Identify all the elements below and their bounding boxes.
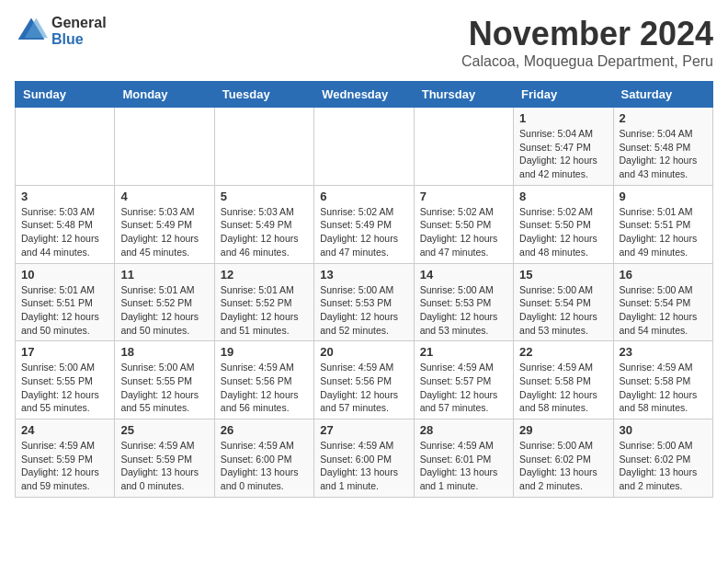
day-number: 15 xyxy=(519,268,607,282)
calendar-cell: 13Sunrise: 5:00 AM Sunset: 5:53 PM Dayli… xyxy=(314,263,414,341)
day-info: Sunrise: 5:04 AM Sunset: 5:47 PM Dayligh… xyxy=(519,127,607,181)
calendar-cell: 28Sunrise: 4:59 AM Sunset: 6:01 PM Dayli… xyxy=(414,419,513,498)
day-info: Sunrise: 4:59 AM Sunset: 6:00 PM Dayligh… xyxy=(320,439,407,493)
calendar-cell: 23Sunrise: 4:59 AM Sunset: 5:58 PM Dayli… xyxy=(613,341,712,419)
calendar-cell: 27Sunrise: 4:59 AM Sunset: 6:00 PM Dayli… xyxy=(314,419,414,498)
day-info: Sunrise: 4:59 AM Sunset: 6:01 PM Dayligh… xyxy=(420,439,507,493)
day-number: 16 xyxy=(620,268,707,282)
calendar-cell: 5Sunrise: 5:03 AM Sunset: 5:49 PM Daylig… xyxy=(214,185,313,263)
day-info: Sunrise: 5:00 AM Sunset: 5:55 PM Dayligh… xyxy=(120,361,208,415)
day-number: 25 xyxy=(120,423,208,437)
logo-general-text: General xyxy=(51,15,107,31)
calendar-cell: 16Sunrise: 5:00 AM Sunset: 5:54 PM Dayli… xyxy=(613,263,712,341)
day-info: Sunrise: 4:59 AM Sunset: 5:58 PM Dayligh… xyxy=(519,361,607,415)
day-info: Sunrise: 5:02 AM Sunset: 5:50 PM Dayligh… xyxy=(420,205,507,259)
day-number: 1 xyxy=(519,111,607,125)
weekday-header-saturday: Saturday xyxy=(613,82,712,108)
calendar-cell: 6Sunrise: 5:02 AM Sunset: 5:49 PM Daylig… xyxy=(314,185,414,263)
calendar-cell xyxy=(214,108,313,186)
day-number: 13 xyxy=(320,268,407,282)
day-info: Sunrise: 5:00 AM Sunset: 5:53 PM Dayligh… xyxy=(320,283,407,338)
day-number: 7 xyxy=(420,190,507,203)
calendar-body: 1Sunrise: 5:04 AM Sunset: 5:47 PM Daylig… xyxy=(16,108,713,498)
day-number: 11 xyxy=(120,268,208,282)
day-info: Sunrise: 5:00 AM Sunset: 5:54 PM Dayligh… xyxy=(620,283,707,338)
calendar-cell: 30Sunrise: 5:00 AM Sunset: 6:02 PM Dayli… xyxy=(613,419,712,498)
calendar-table: SundayMondayTuesdayWednesdayThursdayFrid… xyxy=(15,81,713,498)
weekday-header-row: SundayMondayTuesdayWednesdayThursdayFrid… xyxy=(16,82,713,108)
day-number: 21 xyxy=(420,345,507,359)
calendar-cell: 24Sunrise: 4:59 AM Sunset: 5:59 PM Dayli… xyxy=(16,419,115,498)
day-info: Sunrise: 4:59 AM Sunset: 5:56 PM Dayligh… xyxy=(320,361,407,415)
calendar-week-0: 1Sunrise: 5:04 AM Sunset: 5:47 PM Daylig… xyxy=(16,108,713,186)
calendar-header: SundayMondayTuesdayWednesdayThursdayFrid… xyxy=(16,82,713,108)
calendar-cell xyxy=(314,108,414,186)
calendar-cell: 12Sunrise: 5:01 AM Sunset: 5:52 PM Dayli… xyxy=(214,263,313,341)
logo-blue-text: Blue xyxy=(51,31,107,48)
day-info: Sunrise: 4:59 AM Sunset: 5:59 PM Dayligh… xyxy=(120,439,208,493)
calendar-cell: 1Sunrise: 5:04 AM Sunset: 5:47 PM Daylig… xyxy=(514,108,613,186)
calendar-cell: 2Sunrise: 5:04 AM Sunset: 5:48 PM Daylig… xyxy=(613,108,712,186)
calendar-cell: 29Sunrise: 5:00 AM Sunset: 6:02 PM Dayli… xyxy=(514,419,613,498)
day-info: Sunrise: 4:59 AM Sunset: 6:00 PM Dayligh… xyxy=(221,439,308,493)
weekday-header-sunday: Sunday xyxy=(16,82,115,108)
day-number: 12 xyxy=(221,268,308,282)
day-info: Sunrise: 5:03 AM Sunset: 5:49 PM Dayligh… xyxy=(120,205,208,259)
day-info: Sunrise: 5:00 AM Sunset: 6:02 PM Dayligh… xyxy=(519,439,607,493)
logo: General Blue xyxy=(15,15,107,48)
day-number: 29 xyxy=(519,423,607,437)
calendar-cell: 26Sunrise: 4:59 AM Sunset: 6:00 PM Dayli… xyxy=(214,419,313,498)
day-number: 20 xyxy=(320,345,407,359)
day-info: Sunrise: 4:59 AM Sunset: 5:56 PM Dayligh… xyxy=(221,361,308,415)
calendar-cell: 11Sunrise: 5:01 AM Sunset: 5:52 PM Dayli… xyxy=(115,263,214,341)
day-number: 14 xyxy=(420,268,507,282)
calendar-week-2: 10Sunrise: 5:01 AM Sunset: 5:51 PM Dayli… xyxy=(16,263,713,341)
calendar-cell xyxy=(115,108,214,186)
calendar-cell: 14Sunrise: 5:00 AM Sunset: 5:53 PM Dayli… xyxy=(414,263,513,341)
calendar-subtitle: Calacoa, Moquegua Department, Peru xyxy=(461,53,713,70)
day-info: Sunrise: 5:04 AM Sunset: 5:48 PM Dayligh… xyxy=(620,127,707,181)
weekday-header-friday: Friday xyxy=(514,82,613,108)
day-info: Sunrise: 5:00 AM Sunset: 6:02 PM Dayligh… xyxy=(620,439,707,493)
calendar-cell: 10Sunrise: 5:01 AM Sunset: 5:51 PM Dayli… xyxy=(16,263,115,341)
day-number: 22 xyxy=(519,345,607,359)
calendar-cell: 19Sunrise: 4:59 AM Sunset: 5:56 PM Dayli… xyxy=(214,341,313,419)
calendar-cell: 20Sunrise: 4:59 AM Sunset: 5:56 PM Dayli… xyxy=(314,341,414,419)
calendar-week-3: 17Sunrise: 5:00 AM Sunset: 5:55 PM Dayli… xyxy=(16,341,713,419)
calendar-cell: 9Sunrise: 5:01 AM Sunset: 5:51 PM Daylig… xyxy=(613,185,712,263)
day-info: Sunrise: 5:01 AM Sunset: 5:51 PM Dayligh… xyxy=(21,283,108,338)
title-section: November 2024 Calacoa, Moquegua Departme… xyxy=(461,15,713,70)
calendar-cell: 3Sunrise: 5:03 AM Sunset: 5:48 PM Daylig… xyxy=(16,185,115,263)
day-info: Sunrise: 4:59 AM Sunset: 5:59 PM Dayligh… xyxy=(21,439,108,493)
calendar-cell: 15Sunrise: 5:00 AM Sunset: 5:54 PM Dayli… xyxy=(514,263,613,341)
day-info: Sunrise: 5:00 AM Sunset: 5:55 PM Dayligh… xyxy=(21,361,108,415)
day-info: Sunrise: 5:01 AM Sunset: 5:52 PM Dayligh… xyxy=(120,283,208,338)
page-header: General Blue November 2024 Calacoa, Moqu… xyxy=(15,15,713,70)
day-number: 28 xyxy=(420,423,507,437)
day-number: 19 xyxy=(221,345,308,359)
day-number: 26 xyxy=(221,423,308,437)
day-info: Sunrise: 5:01 AM Sunset: 5:51 PM Dayligh… xyxy=(620,205,707,259)
day-info: Sunrise: 5:01 AM Sunset: 5:52 PM Dayligh… xyxy=(221,283,308,338)
calendar-cell: 25Sunrise: 4:59 AM Sunset: 5:59 PM Dayli… xyxy=(115,419,214,498)
logo-text: General Blue xyxy=(51,15,107,47)
calendar-cell: 17Sunrise: 5:00 AM Sunset: 5:55 PM Dayli… xyxy=(16,341,115,419)
weekday-header-monday: Monday xyxy=(115,82,214,108)
day-number: 2 xyxy=(620,111,707,125)
day-number: 6 xyxy=(320,190,407,203)
day-number: 9 xyxy=(620,190,707,203)
calendar-cell: 22Sunrise: 4:59 AM Sunset: 5:58 PM Dayli… xyxy=(514,341,613,419)
day-info: Sunrise: 5:00 AM Sunset: 5:53 PM Dayligh… xyxy=(420,283,507,338)
day-info: Sunrise: 5:02 AM Sunset: 5:50 PM Dayligh… xyxy=(519,205,607,259)
calendar-cell xyxy=(414,108,513,186)
day-number: 5 xyxy=(221,190,308,203)
day-number: 18 xyxy=(120,345,208,359)
day-info: Sunrise: 5:00 AM Sunset: 5:54 PM Dayligh… xyxy=(519,283,607,338)
day-number: 27 xyxy=(320,423,407,437)
day-number: 8 xyxy=(519,190,607,203)
calendar-week-4: 24Sunrise: 4:59 AM Sunset: 5:59 PM Dayli… xyxy=(16,419,713,498)
calendar-cell: 21Sunrise: 4:59 AM Sunset: 5:57 PM Dayli… xyxy=(414,341,513,419)
calendar-cell: 8Sunrise: 5:02 AM Sunset: 5:50 PM Daylig… xyxy=(514,185,613,263)
day-number: 3 xyxy=(21,190,108,203)
day-number: 30 xyxy=(620,423,707,437)
